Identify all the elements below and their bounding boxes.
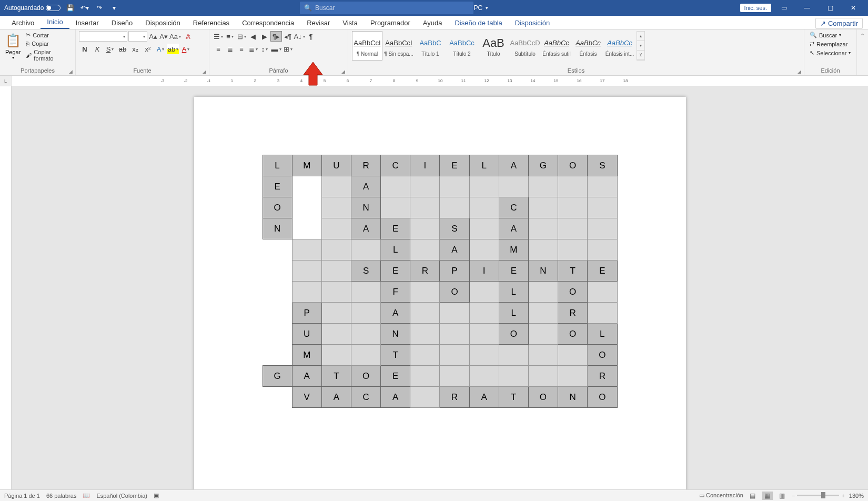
crossword-cell[interactable]: [588, 282, 617, 303]
tab-inicio[interactable]: Inicio: [41, 16, 69, 29]
crossword-cell[interactable]: T: [381, 345, 410, 366]
crossword-cell[interactable]: [499, 366, 528, 387]
crossword-cell[interactable]: R: [588, 366, 617, 387]
vertical-ruler[interactable]: [0, 86, 12, 489]
sort-button[interactable]: A↓: [294, 31, 305, 42]
crossword-cell[interactable]: T: [321, 366, 351, 387]
multilevel-button[interactable]: ⊟: [236, 31, 247, 42]
crossword-cell[interactable]: O: [588, 387, 617, 408]
crossword-cell[interactable]: E: [588, 260, 617, 282]
crossword-cell[interactable]: [292, 282, 321, 303]
crossword-cell[interactable]: [528, 176, 558, 197]
tab-referencias[interactable]: Referencias: [187, 17, 236, 29]
undo-icon[interactable]: ↶▾: [79, 3, 90, 13]
crossword-cell[interactable]: E: [440, 155, 469, 176]
crossword-cell[interactable]: [263, 387, 292, 408]
crossword-cell[interactable]: [292, 239, 321, 260]
strike-button[interactable]: ab: [117, 44, 128, 54]
crossword-cell[interactable]: L: [499, 282, 528, 303]
crossword-cell[interactable]: [588, 176, 617, 197]
find-button[interactable]: 🔍Buscar▾: [808, 31, 853, 39]
tab-ayuda[interactable]: Ayuda: [417, 17, 449, 29]
crossword-cell[interactable]: [321, 176, 351, 197]
crossword-cell[interactable]: [588, 197, 617, 218]
tab-disposicion[interactable]: Disposición: [139, 17, 186, 29]
tab-insertar[interactable]: Insertar: [69, 17, 105, 29]
crossword-cell[interactable]: [292, 197, 321, 218]
crossword-cell[interactable]: [410, 282, 440, 303]
crossword-cell[interactable]: [321, 282, 351, 303]
crossword-cell[interactable]: C: [381, 155, 410, 176]
cut-button[interactable]: ✂Cortar: [25, 31, 72, 39]
crossword-cell[interactable]: [558, 366, 588, 387]
bold-button[interactable]: N: [79, 44, 90, 54]
crossword-cell[interactable]: [410, 239, 440, 260]
tab-vista[interactable]: Vista: [336, 17, 364, 29]
crossword-cell[interactable]: [351, 303, 380, 324]
minimize-icon[interactable]: —: [796, 1, 817, 15]
crossword-cell[interactable]: [588, 218, 617, 239]
crossword-cell[interactable]: [263, 260, 292, 282]
crossword-cell[interactable]: N: [351, 197, 380, 218]
numbering-button[interactable]: ≡: [224, 31, 236, 42]
crossword-cell[interactable]: A: [469, 387, 499, 408]
crossword-cell[interactable]: U: [321, 155, 351, 176]
tab-correspondencia[interactable]: Correspondencia: [236, 17, 300, 29]
crossword-cell[interactable]: [263, 282, 292, 303]
crossword-cell[interactable]: [321, 345, 351, 366]
crossword-cell[interactable]: R: [351, 155, 380, 176]
crossword-cell[interactable]: S: [351, 260, 380, 282]
tab-archivo[interactable]: Archivo: [5, 17, 41, 29]
qat-more-icon[interactable]: ▾: [109, 3, 119, 13]
clear-format-button[interactable]: A̷: [182, 31, 194, 42]
crossword-cell[interactable]: U: [292, 324, 321, 345]
crossword-cell[interactable]: [440, 345, 469, 366]
save-icon[interactable]: 💾: [65, 3, 75, 13]
increase-indent-button[interactable]: ▶: [259, 31, 270, 42]
style-heading2[interactable]: AaBbCcTítulo 2: [447, 31, 477, 61]
crossword-cell[interactable]: G: [528, 155, 558, 176]
crossword-cell[interactable]: O: [558, 155, 588, 176]
crossword-cell[interactable]: [292, 260, 321, 282]
crossword-cell[interactable]: [469, 366, 499, 387]
paragraph-dialog-icon[interactable]: ◢: [341, 69, 347, 74]
crossword-cell[interactable]: L: [381, 239, 410, 260]
crossword-cell[interactable]: [558, 345, 588, 366]
crossword-cell[interactable]: P: [292, 303, 321, 324]
decrease-indent-button[interactable]: ◀: [247, 31, 259, 42]
style-no-spacing[interactable]: AaBbCcI¶ Sin espa...: [383, 31, 414, 61]
crossword-cell[interactable]: [410, 197, 440, 218]
change-case-button[interactable]: Aa: [169, 31, 181, 42]
document-area[interactable]: LMURCIELAGOSEAONCNAESALAMSERPIENTEFOLOPA…: [12, 86, 868, 489]
crossword-cell[interactable]: [469, 324, 499, 345]
crossword-cell[interactable]: [292, 218, 321, 239]
login-button[interactable]: Inic. ses.: [740, 4, 771, 12]
crossword-table[interactable]: LMURCIELAGOSEAONCNAESALAMSERPIENTEFOLOPA…: [263, 155, 618, 408]
crossword-cell[interactable]: [410, 176, 440, 197]
crossword-cell[interactable]: [588, 303, 617, 324]
crossword-cell[interactable]: [469, 176, 499, 197]
crossword-cell[interactable]: L: [469, 155, 499, 176]
crossword-cell[interactable]: [410, 218, 440, 239]
rtl-button[interactable]: ◂¶: [282, 31, 294, 42]
crossword-cell[interactable]: G: [263, 366, 292, 387]
subscript-button[interactable]: x₂: [129, 44, 141, 54]
crossword-cell[interactable]: [263, 345, 292, 366]
crossword-cell[interactable]: [469, 282, 499, 303]
crossword-cell[interactable]: O: [263, 197, 292, 218]
crossword-cell[interactable]: L: [588, 324, 617, 345]
crossword-cell[interactable]: [528, 218, 558, 239]
autosave-toggle[interactable]: Autoguardado: [4, 4, 60, 12]
style-subtitle[interactable]: AaBbCcDSubtítulo: [510, 31, 540, 61]
crossword-cell[interactable]: A: [321, 387, 351, 408]
clipboard-dialog-icon[interactable]: ◢: [69, 69, 74, 74]
crossword-cell[interactable]: [321, 260, 351, 282]
style-intense-emphasis[interactable]: AaBbCcÉnfasis int...: [604, 31, 635, 61]
crossword-cell[interactable]: O: [440, 282, 469, 303]
italic-button[interactable]: K: [92, 44, 103, 54]
crossword-cell[interactable]: [528, 303, 558, 324]
crossword-cell[interactable]: [469, 197, 499, 218]
crossword-cell[interactable]: [321, 197, 351, 218]
crossword-cell[interactable]: [528, 345, 558, 366]
font-dialog-icon[interactable]: ◢: [203, 69, 208, 74]
